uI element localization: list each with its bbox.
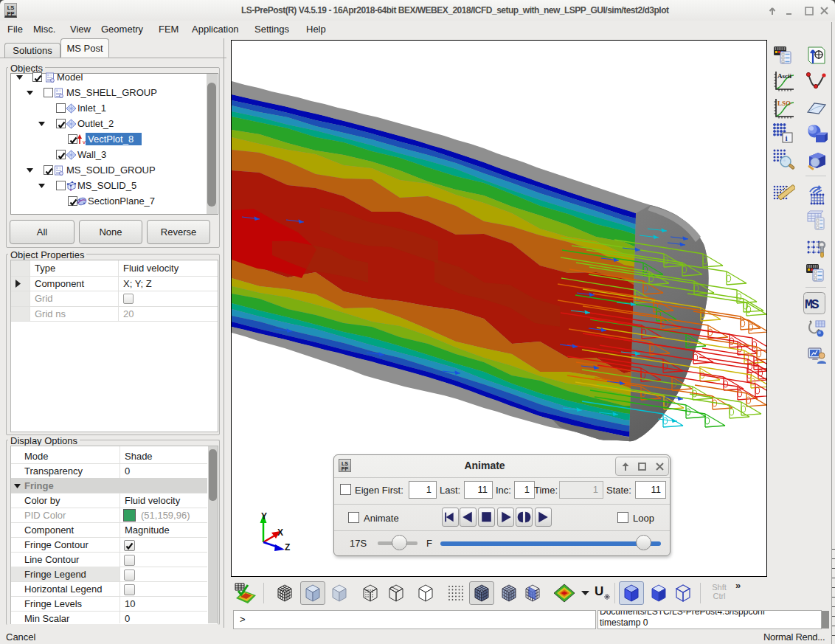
svg-text:i: i (786, 134, 788, 142)
svg-text:Ascii: Ascii (777, 72, 791, 80)
svg-text:X: X (277, 527, 283, 538)
svg-text:LSO: LSO (777, 100, 791, 107)
svg-text:Z: Z (285, 542, 290, 553)
svg-text:Y: Y (261, 511, 267, 522)
svg-text:MS: MS (805, 297, 820, 312)
